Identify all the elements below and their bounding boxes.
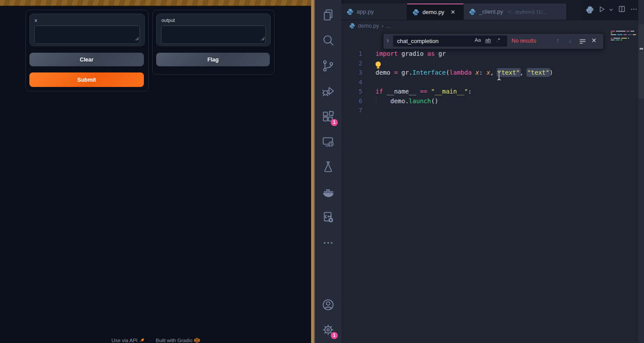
regex-icon[interactable]: .*	[497, 37, 500, 43]
input-column: x Clear Submit	[25, 10, 149, 91]
scrollbar-slider[interactable]	[638, 24, 644, 99]
find-input-box: Aa ab .*	[393, 36, 507, 47]
overview-ruler-marker	[640, 48, 643, 50]
minimap[interactable]	[611, 31, 636, 41]
docker-icon[interactable]	[321, 185, 335, 199]
python-file-icon	[349, 23, 355, 29]
cmake-tools-icon[interactable]	[321, 210, 335, 224]
settings-badge: 1	[331, 332, 338, 339]
rocket-icon	[139, 338, 144, 343]
remote-explorer-icon[interactable]	[321, 135, 335, 149]
line-number: 2	[341, 59, 362, 69]
use-via-api-link[interactable]: Use via API	[111, 338, 137, 343]
activity-bar: 1 1	[315, 0, 341, 343]
input-textarea[interactable]	[34, 25, 140, 44]
clear-button[interactable]: Clear	[29, 53, 144, 66]
loading-stripe-bar	[0, 0, 311, 7]
desktop-gap	[311, 0, 315, 343]
code-line[interactable]: 7	[341, 106, 611, 116]
output-label: output	[161, 18, 175, 23]
line-number: 1	[341, 49, 362, 59]
line-number: 6	[341, 97, 362, 106]
code-line[interactable]: 4	[341, 78, 611, 87]
submit-button[interactable]: Submit	[29, 72, 144, 87]
code-editor[interactable]: 1import gradio as gr23demo = gr.Interfac…	[341, 49, 611, 116]
code-action-lightbulb-icon[interactable]	[376, 61, 381, 67]
code-line[interactable]: 2	[341, 59, 611, 69]
split-editor-icon[interactable]	[618, 5, 626, 14]
extensions-icon[interactable]: 1	[321, 110, 335, 124]
built-with-gradio-link[interactable]: Built with Gradio	[156, 338, 193, 343]
breadcrumb-more[interactable]: ...	[386, 23, 390, 29]
find-results-status: No results	[512, 38, 536, 44]
next-match-icon[interactable]: ↓	[569, 37, 572, 44]
python-file-icon	[412, 9, 419, 16]
run-dropdown-chevron-icon[interactable]	[608, 6, 614, 14]
input-label: x	[35, 18, 37, 23]
gradio-app-window: x Clear Submit output Flag Use via API ·…	[0, 0, 311, 343]
previous-match-icon[interactable]: ↑	[556, 37, 559, 44]
flag-button[interactable]: Flag	[156, 53, 270, 66]
whole-word-icon[interactable]: ab	[485, 37, 491, 43]
output-block: output	[156, 14, 271, 46]
find-input[interactable]	[393, 36, 475, 47]
output-textarea[interactable]	[161, 25, 266, 44]
beaker-icon[interactable]	[321, 160, 335, 174]
tab-path-description: ~/.../python3.11/...	[507, 9, 547, 14]
breadcrumb-file[interactable]: demo.py	[358, 23, 379, 29]
editor-actions	[583, 0, 644, 20]
more-views-icon[interactable]	[321, 236, 335, 250]
breadcrumb-separator: ›	[382, 23, 383, 29]
gradio-logo-icon	[194, 338, 200, 343]
line-number: 7	[341, 106, 362, 116]
gradio-footer: Use via API · Built with Gradio	[0, 338, 311, 343]
code-line[interactable]: 3demo = gr.Interface(lambda x: x, "text"…	[341, 68, 611, 78]
source-control-icon[interactable]	[321, 59, 335, 73]
line-number: 3	[341, 68, 362, 78]
account-icon[interactable]	[321, 298, 335, 312]
more-actions-icon[interactable]	[630, 5, 638, 15]
line-number: 4	[341, 78, 362, 87]
toggle-replace-chevron-icon[interactable]: ›	[386, 36, 389, 45]
run-debug-icon[interactable]	[321, 84, 335, 98]
find-widget: › Aa ab .* No results ↑ ↓ ✕	[383, 33, 604, 49]
python-interpreter-icon[interactable]	[586, 6, 594, 14]
code-line[interactable]: 5if __name__ == "__main__":	[341, 87, 611, 97]
editor-tab-bar: app.py demo.py ✕ _client.py ~/.../python…	[341, 0, 644, 20]
tab-close-icon[interactable]: ✕	[451, 9, 455, 15]
python-file-icon	[469, 8, 476, 15]
settings-gear-icon[interactable]: 1	[321, 323, 335, 337]
python-file-icon	[347, 8, 354, 15]
tab-label: app.py	[357, 8, 374, 15]
run-python-file-icon[interactable]	[598, 5, 606, 15]
search-icon[interactable]	[321, 33, 335, 47]
code-line[interactable]: 6 demo.launch()	[341, 97, 611, 106]
tab-app-py[interactable]: app.py	[341, 4, 407, 20]
line-number: 5	[341, 87, 362, 97]
match-case-icon[interactable]: Aa	[475, 37, 481, 43]
extensions-badge: 1	[331, 119, 338, 126]
breadcrumb[interactable]: demo.py › ...	[349, 20, 639, 32]
input-block: x	[29, 14, 145, 46]
close-find-icon[interactable]: ✕	[591, 37, 597, 44]
code-line[interactable]: 1import gradio as gr	[341, 49, 611, 59]
tab-client-py[interactable]: _client.py ~/.../python3.11/...	[464, 4, 567, 20]
text-cursor	[496, 70, 502, 81]
tab-label: _client.py	[479, 8, 503, 15]
find-in-selection-icon[interactable]	[579, 38, 586, 47]
indent-guide	[376, 97, 376, 105]
explorer-icon[interactable]	[321, 8, 335, 22]
output-column: output Flag	[152, 10, 275, 75]
tab-label: demo.py	[422, 9, 444, 15]
tab-demo-py[interactable]: demo.py ✕	[407, 4, 464, 20]
footer-separator: ·	[149, 338, 151, 343]
